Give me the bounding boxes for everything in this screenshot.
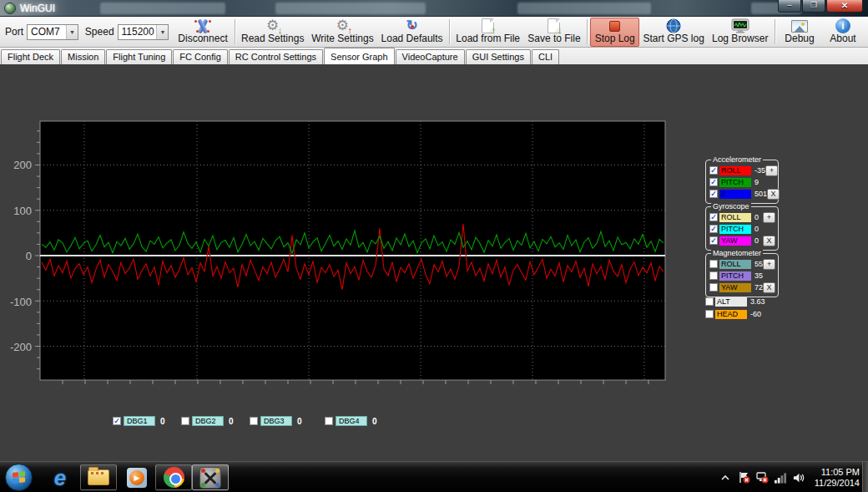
taskbar-clock[interactable]: 11:05 PM 11/29/2014: [815, 467, 860, 489]
show-desktop-button[interactable]: [862, 462, 868, 492]
series-color-chip: ROLL: [719, 166, 751, 175]
checkbox[interactable]: [709, 190, 718, 198]
chevron-down-icon: ▼: [66, 25, 78, 39]
app-icon: [4, 3, 16, 14]
maximize-button[interactable]: ❐: [802, 0, 825, 13]
toolbar-separator: [775, 19, 775, 44]
sensor-value: 35: [754, 271, 775, 280]
about-button[interactable]: i About: [821, 18, 865, 47]
checkbox[interactable]: [709, 260, 718, 268]
scale-plus-button[interactable]: +: [763, 212, 775, 223]
series-color-chip: PITCH: [719, 178, 751, 187]
dbg-value: 0: [160, 417, 165, 426]
scale-minus-button[interactable]: X: [767, 189, 780, 200]
taskbar: e ▶: [0, 461, 868, 492]
tab-sensor-graph[interactable]: Sensor Graph: [324, 48, 394, 64]
checkbox[interactable]: [705, 297, 714, 306]
sensor-value: -60: [750, 310, 779, 318]
arrow-up-icon: ↑: [348, 26, 353, 34]
dbg-label-chip: DBG1: [124, 416, 155, 426]
series-color-chip: ROLL: [719, 260, 751, 269]
start-gps-log-button[interactable]: Start GPS log: [639, 18, 708, 47]
taskbar-explorer-button[interactable]: [80, 464, 117, 490]
scale-minus-button[interactable]: X: [763, 236, 775, 246]
speed-label: Speed: [85, 26, 114, 38]
quadcopter-icon: [199, 467, 221, 489]
disconnect-icon: [194, 18, 212, 33]
checkbox[interactable]: [709, 271, 718, 280]
port-value: COM7: [31, 26, 60, 38]
taskbar-wingui-button[interactable]: [192, 464, 229, 490]
load-from-file-button[interactable]: ↑ Load from File: [452, 18, 523, 47]
hidden-icons-chevron[interactable]: [719, 471, 732, 484]
action-center-button[interactable]: [738, 471, 750, 484]
tab-cli[interactable]: CLI: [532, 49, 559, 64]
series-color-chip: YAW: [719, 236, 751, 246]
stop-log-button[interactable]: Stop Log: [590, 18, 639, 47]
checkbox[interactable]: [705, 310, 714, 318]
checkbox[interactable]: [709, 236, 718, 245]
checkbox[interactable]: [113, 417, 121, 425]
tab-rc-control-settings[interactable]: RC Control Settings: [229, 49, 323, 64]
tab-mission[interactable]: Mission: [61, 49, 105, 64]
load-defaults-button[interactable]: ↻ Load Defaults: [377, 18, 447, 47]
start-button[interactable]: [5, 464, 33, 491]
checkbox[interactable]: [709, 213, 718, 221]
y-axis-label: 0: [0, 250, 32, 261]
tab-gui-settings[interactable]: GUI Settings: [466, 49, 531, 64]
dbg2-item: DBG2 0: [181, 415, 234, 427]
sensor-graph-plot: [33, 116, 672, 387]
taskbar-ie-button[interactable]: e: [42, 464, 78, 490]
speed-value: 115200: [122, 26, 154, 38]
port-label: Port: [5, 26, 23, 38]
info-icon: i: [835, 18, 850, 33]
checkbox[interactable]: [709, 166, 718, 175]
dbg-label-chip: DBG2: [192, 416, 224, 426]
folder-icon: [88, 469, 109, 485]
taskbar-chrome-button[interactable]: [155, 464, 192, 490]
sensor-row-acc-z: Z 501 X: [709, 188, 775, 200]
checkbox[interactable]: [709, 225, 718, 233]
dbg3-item: DBG3 0: [250, 415, 302, 427]
speaker-icon: [793, 472, 805, 484]
series-color-chip: YAW: [719, 283, 751, 292]
checkbox[interactable]: [181, 417, 189, 425]
picture-icon: [791, 20, 808, 33]
y-axis-label: 200: [0, 159, 32, 170]
checkbox[interactable]: [709, 178, 718, 186]
monitor-error-icon: [756, 471, 769, 484]
save-to-file-button[interactable]: ↓ Save to File: [523, 18, 584, 47]
tab-fc-config[interactable]: FC Config: [173, 49, 228, 64]
device-status-button[interactable]: [756, 471, 769, 484]
tab-flight-tuning[interactable]: Flight Tuning: [106, 49, 172, 64]
sensor-value: 0: [754, 213, 763, 221]
scale-plus-button[interactable]: +: [763, 259, 775, 270]
media-player-icon: ▶: [127, 468, 147, 488]
gyroscope-group: Gyroscope ROLL 0 + PITCH 0 YAW 0 X: [705, 206, 779, 251]
close-button[interactable]: ✕: [826, 0, 863, 13]
checkbox[interactable]: [250, 417, 258, 425]
checkbox[interactable]: [709, 283, 718, 292]
tab-videocapture[interactable]: VideoCapture: [396, 49, 465, 64]
taskbar-wmp-button[interactable]: ▶: [119, 464, 155, 490]
log-browser-button[interactable]: Log Browser: [708, 18, 772, 47]
minimize-button[interactable]: –: [778, 0, 801, 13]
debug-button[interactable]: Debug: [778, 18, 821, 47]
disconnect-button[interactable]: Disconnect: [174, 18, 231, 47]
speed-select[interactable]: 115200 ▼: [118, 24, 169, 40]
sensor-row-acc-roll: ROLL -35 +: [709, 165, 775, 176]
volume-button[interactable]: [793, 471, 805, 484]
toolbar-separator: [587, 19, 588, 44]
checkbox[interactable]: [325, 417, 333, 425]
write-settings-button[interactable]: ⚙ ↑ Write Settings: [308, 18, 377, 47]
network-signal-button[interactable]: [775, 471, 787, 484]
sensor-graph-page: 200 100 0 -100 -200 Accelerometer ROLL -…: [0, 64, 868, 461]
sensor-value: 3.63: [750, 297, 779, 306]
sensor-value: 501: [754, 190, 767, 198]
tab-flight-deck[interactable]: Flight Deck: [1, 49, 60, 64]
scale-plus-button[interactable]: +: [765, 165, 778, 176]
port-select[interactable]: COM7 ▼: [27, 24, 78, 40]
read-settings-button[interactable]: ⚙ ↓ Read Settings: [238, 18, 308, 47]
scale-minus-button[interactable]: X: [763, 282, 775, 293]
arrow-down-icon: ↓: [278, 26, 283, 34]
